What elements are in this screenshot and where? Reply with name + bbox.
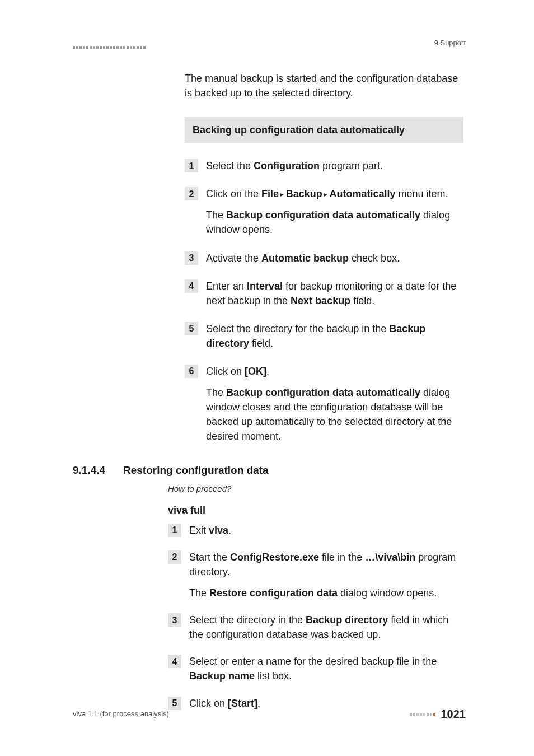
section-heading-row: 9.1.4.4 Restoring configuration data [73, 463, 466, 478]
t: The [206, 209, 226, 221]
step-row: 5 Select the directory for the backup in… [185, 321, 463, 351]
t-b: viva [209, 525, 228, 536]
t: field. [350, 295, 374, 306]
t-b: ConfigRestore.exe [230, 552, 319, 563]
step-row: 2 Start the ConfigRestore.exe file in th… [168, 550, 463, 600]
t: The [206, 387, 226, 398]
t: . [228, 525, 231, 536]
t-b: Backup configuration data automatically [226, 209, 420, 221]
t-b: [OK] [245, 366, 266, 377]
step-row: 3 Activate the Automatic backup check bo… [185, 251, 463, 265]
step-number: 2 [185, 187, 198, 200]
step-number: 3 [168, 613, 181, 627]
step-body: Select or enter a name for the desired b… [189, 654, 463, 683]
breadcrumb: 9 Support [434, 38, 466, 49]
step-number: 5 [185, 322, 198, 335]
step-number: 1 [185, 159, 198, 172]
sub-heading: viva full [168, 503, 466, 517]
t: The [189, 587, 209, 599]
step-body: Select the directory in the Backup direc… [189, 613, 463, 642]
footer-right: 1021 [410, 706, 466, 722]
triangle-icon: ▸ [322, 190, 330, 198]
step-body: Exit viva. [189, 523, 463, 538]
page-number: 1021 [441, 706, 466, 722]
page-footer: viva 1.1 (for process analysis) 1021 [73, 706, 466, 722]
t: dialog window opens. [338, 587, 437, 599]
t: list box. [255, 670, 292, 682]
step-number: 4 [185, 279, 198, 293]
step-row: 3 Select the directory in the Backup dir… [168, 613, 463, 642]
step-number: 4 [168, 655, 181, 668]
footer-dots-icon [410, 713, 435, 716]
t-b: Backup name [189, 670, 255, 682]
step-body: Select the directory for the backup in t… [206, 321, 463, 351]
section-title: Restoring configuration data [123, 463, 269, 478]
t: Exit [189, 525, 209, 536]
t: Select the [206, 160, 254, 171]
t-b: Automatic backup [261, 253, 349, 264]
t-b: Interval [247, 281, 283, 292]
t: . [266, 366, 269, 377]
t: menu item. [395, 188, 448, 199]
step-row: 2 Click on the File ▸ Backup ▸ Automatic… [185, 186, 463, 237]
t: Enter an [206, 281, 247, 292]
t-b: Next backup [291, 295, 350, 306]
t-b: …\viva\bin [365, 552, 415, 563]
t-b: Configuration [254, 160, 320, 171]
step-body: Activate the Automatic backup check box. [206, 251, 463, 265]
t: field. [249, 338, 273, 349]
t: Start the [189, 552, 230, 563]
step-row: 1 Select the Configuration program part. [185, 158, 463, 173]
step-number: 1 [168, 524, 181, 537]
content-body: The manual backup is started and the con… [185, 71, 463, 444]
step-row: 6 Click on [OK]. The Backup configuratio… [185, 364, 463, 444]
step-number: 3 [185, 251, 198, 265]
t: Select the directory in the [189, 614, 306, 626]
triangle-icon: ▸ [279, 190, 286, 198]
t: Activate the [206, 253, 261, 264]
step-row: 1 Exit viva. [168, 523, 463, 538]
section-number: 9.1.4.4 [73, 463, 123, 478]
t-b: Backup configuration data automatically [226, 387, 420, 398]
t: program part. [320, 160, 383, 171]
t: check box. [349, 253, 400, 264]
step-number: 2 [168, 550, 181, 564]
howto-label: How to proceed? [168, 483, 466, 495]
header-dots-icon [73, 46, 146, 49]
t-b: File [261, 188, 279, 199]
t-b: Backup directory [306, 614, 388, 626]
step-body: Start the ConfigRestore.exe file in the … [189, 550, 463, 600]
t: file in the [319, 552, 365, 563]
intro-paragraph: The manual backup is started and the con… [185, 71, 463, 100]
step-number: 6 [185, 365, 198, 378]
t-b: Backup [286, 188, 322, 199]
t: Click on [206, 366, 245, 377]
t: Click on the [206, 188, 261, 199]
step-body: Click on the File ▸ Backup ▸ Automatical… [206, 186, 463, 237]
footer-left: viva 1.1 (for process analysis) [73, 709, 169, 720]
sub-steps: 1 Exit viva. 2 Start the ConfigRestore.e… [168, 523, 463, 711]
t-b: Restore configuration data [209, 587, 338, 599]
step-body: Click on [OK]. The Backup configuration … [206, 364, 463, 444]
t-b: Automatically [329, 188, 395, 199]
page: 9 Support The manual backup is started a… [0, 0, 534, 756]
step-row: 4 Enter an Interval for backup monitorin… [185, 279, 463, 308]
box-heading-backup-auto: Backing up configuration data automatica… [185, 117, 463, 143]
step-body: Enter an Interval for backup monitoring … [206, 279, 463, 308]
step-row: 4 Select or enter a name for the desired… [168, 654, 463, 683]
t: Select the directory for the backup in t… [206, 323, 389, 334]
t: Select or enter a name for the desired b… [189, 656, 437, 667]
page-header: 9 Support [73, 38, 466, 52]
step-body: Select the Configuration program part. [206, 158, 463, 173]
